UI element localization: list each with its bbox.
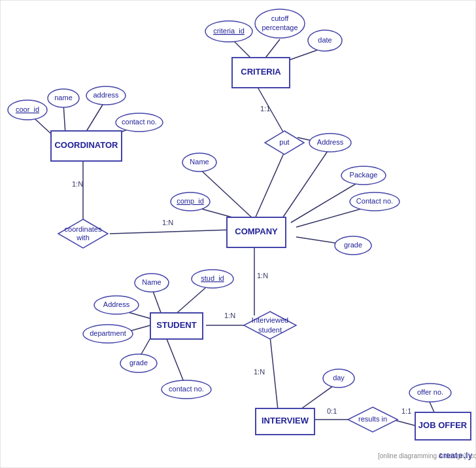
company-address-text: Address — [317, 138, 344, 146]
coor-id-text: coor_id — [16, 105, 39, 113]
cutoff-percentage-text2: percentage — [262, 24, 298, 31]
results-in-label: results in — [358, 415, 387, 423]
coordinator-name-text: name — [54, 94, 73, 101]
cutoff-percentage-text: cutoff — [271, 14, 290, 22]
interviewed-student-label: Interviewed — [252, 316, 288, 324]
job-offer-label: JOB OFFER — [418, 420, 468, 430]
company-grade-text: grade — [344, 241, 362, 249]
student-department-text: department — [90, 329, 126, 337]
svg-text:1:N: 1:N — [257, 272, 268, 279]
company-name-text: Name — [190, 158, 209, 166]
coordinates-with-label2: with — [76, 234, 90, 242]
student-address-text: Address — [103, 300, 130, 308]
comp-id-text: comp_id — [177, 197, 204, 205]
coordinator-address-text: address — [93, 91, 119, 99]
svg-text:1:N: 1:N — [72, 180, 83, 188]
coordinator-contact-text: contact no. — [122, 118, 157, 126]
company-contact-text: Contact no. — [356, 197, 393, 205]
company-package-text: Package — [350, 171, 378, 179]
watermark-domain: .com — [468, 452, 476, 459]
svg-text:1:1: 1:1 — [401, 407, 411, 415]
watermark-brand: creat — [439, 451, 458, 460]
student-label: STUDENT — [156, 320, 196, 330]
student-contact-text: contact no. — [169, 385, 204, 393]
student-grade-text: grade — [129, 359, 148, 367]
stud-id-text: stud_id — [201, 274, 224, 282]
criteria-label: CRITERIA — [241, 67, 281, 77]
watermark-brand2: e — [458, 451, 463, 460]
svg-text:1:N: 1:N — [254, 368, 265, 376]
coordinates-with-label: coordinates — [65, 225, 102, 233]
criteria-id-text: criteria_id — [213, 27, 245, 35]
interviewed-student-label2: student — [258, 326, 282, 334]
svg-text:1:N: 1:N — [162, 219, 173, 226]
svg-text:1:1: 1:1 — [260, 105, 270, 113]
svg-text:0:1: 0:1 — [327, 407, 337, 415]
date-text: date — [318, 36, 332, 44]
company-label: COMPANY — [235, 226, 278, 236]
student-name-text: Name — [142, 278, 161, 286]
coordinator-label: COORDINATOR — [54, 140, 118, 150]
interview-day-text: day — [333, 374, 345, 382]
er-diagram: 1:1 1:N 1:N 1:N 1:N 1:N 0:1 1:1 C — [0, 0, 476, 468]
interview-label: INTERVIEW — [262, 416, 309, 425]
put-label: put — [279, 138, 289, 146]
svg-text:1:N: 1:N — [224, 312, 235, 319]
offer-no-text: offer no. — [417, 388, 443, 396]
